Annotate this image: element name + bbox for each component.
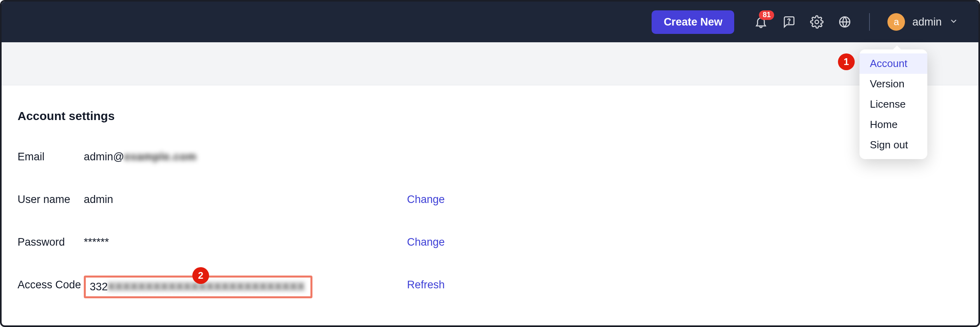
row-access-code: Access Code 332XXXXXXXXXXXXXXXXXXXXXXXXX… (18, 279, 978, 298)
annotation-badge-2: 2 (192, 267, 209, 284)
row-username: User name admin Change (18, 193, 978, 206)
email-prefix: admin@ (84, 151, 124, 163)
globe-icon[interactable] (838, 15, 852, 29)
refresh-access-code-link[interactable]: Refresh (407, 279, 445, 291)
create-new-button[interactable]: Create New (652, 10, 734, 34)
svg-point-1 (815, 20, 819, 24)
dropdown-item-home[interactable]: Home (859, 114, 927, 135)
avatar: a (887, 13, 905, 31)
dropdown-item-signout[interactable]: Sign out (859, 135, 927, 155)
user-menu-trigger[interactable]: a admin (887, 13, 958, 31)
change-password-link[interactable]: Change (407, 236, 445, 248)
label-username: User name (18, 193, 84, 206)
label-access-code: Access Code (18, 279, 84, 291)
row-password: Password ****** Change (18, 236, 978, 248)
svg-point-0 (789, 23, 790, 24)
header-divider (869, 13, 870, 31)
page-title: Account settings (18, 109, 978, 123)
dropdown-item-version[interactable]: Version (859, 74, 927, 94)
access-code-prefix: 332 (90, 281, 108, 293)
value-email: admin@example.com (84, 151, 407, 163)
annotation-badge-1: 1 (838, 53, 855, 70)
chevron-down-icon (949, 16, 958, 28)
label-password: Password (18, 236, 84, 248)
access-code-blurred: XXXXXXXXXXXXXXXXXXXXXXXXXX (108, 281, 305, 293)
dropdown-caret (892, 45, 902, 50)
help-icon[interactable] (782, 15, 796, 29)
dropdown-item-license[interactable]: License (859, 94, 927, 114)
value-username: admin (84, 193, 407, 206)
change-username-link[interactable]: Change (407, 193, 445, 206)
row-email: Email admin@example.com (18, 151, 978, 163)
notification-badge: 81 (759, 10, 774, 20)
header-icons: 81 (754, 15, 852, 29)
email-blurred: example.com (124, 151, 197, 163)
gear-icon[interactable] (810, 15, 824, 29)
user-name-label: admin (912, 16, 942, 28)
label-email: Email (18, 151, 84, 163)
dropdown-item-account[interactable]: Account (859, 53, 927, 74)
value-password: ****** (84, 236, 407, 248)
value-access-code: 332XXXXXXXXXXXXXXXXXXXXXXXXXX (84, 279, 407, 298)
bell-icon[interactable]: 81 (754, 15, 768, 29)
user-dropdown: Account Version License Home Sign out (859, 49, 927, 159)
account-settings-panel: Account settings Email admin@example.com… (2, 85, 978, 298)
subheader-band (2, 42, 978, 85)
app-header: Create New 81 a admin (2, 2, 978, 42)
